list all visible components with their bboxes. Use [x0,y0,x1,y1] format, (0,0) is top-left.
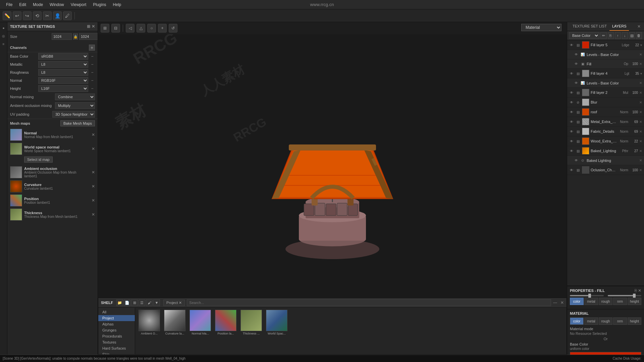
toolbar-btn-6[interactable]: 👤 [53,11,62,20]
layer-close-levels-1[interactable]: ✕ [639,53,642,56]
tab-texture-set-list[interactable]: TEXTURE SET LIST [570,22,609,31]
props-channel-rough[interactable]: rough [599,298,612,305]
properties-slider-2[interactable] [608,295,642,296]
toolbar-btn-2[interactable]: ↩ [13,11,21,20]
roughness-remove[interactable]: − [90,70,95,75]
layers-channel-select[interactable]: Base Color [569,32,599,39]
menu-window[interactable]: Window [46,2,67,8]
mat-tab-color[interactable]: color [570,317,584,325]
shelf-cat-all[interactable]: All [98,309,135,315]
toolbar-btn-5[interactable]: ✂ [43,11,52,20]
bake-mesh-maps-button[interactable]: Bake Mesh Maps [60,120,95,126]
shelf-cat-procedurals[interactable]: Procedurals [98,333,135,339]
ao-close[interactable]: ✕ [92,170,95,175]
menu-viewport[interactable]: Viewport [67,2,90,8]
height-remove[interactable]: − [90,86,95,91]
shelf-tb-view1[interactable]: ⊞ [131,299,138,306]
tab-layers[interactable]: LAYERS [609,22,629,31]
layer-fill-sub[interactable]: 👁 ▣ Fill Op 100 ✕ [567,59,644,69]
props-channel-nrm[interactable]: nrm [613,298,627,305]
shelf-item-curvature[interactable]: Curvature la... [163,310,187,335]
layer-close-metal[interactable]: ✕ [639,120,642,124]
left-icon-3[interactable]: ≡ [1,41,7,47]
mat-tab-height[interactable]: height [628,317,641,325]
toolbar-btn-1[interactable]: ✏️ [3,11,11,20]
size-input-1[interactable] [52,33,72,40]
layer-vis-occlusion[interactable]: 👁 [569,168,574,172]
layer-close-fabric[interactable]: ✕ [639,130,642,133]
layers-group-btn[interactable]: ▤ [629,32,635,39]
layer-levels-base-color-1[interactable]: 👁 📊 Levels - Base Color ✕ [567,50,644,59]
shelf-item-position[interactable]: Position la... [214,310,238,335]
layer-blur[interactable]: 👁 ⊘ Blur ✕ [567,98,644,107]
lock-button[interactable]: 🔒 [73,34,78,40]
base-color-remove[interactable]: − [90,54,95,59]
normal-mixing-select[interactable]: Combine [55,94,95,100]
shelf-item-ao[interactable]: Ambient O... [137,310,161,335]
props-channel-color[interactable]: color [570,298,584,305]
toolbar-btn-7[interactable]: 🖊 [63,11,72,20]
menu-file[interactable]: File [3,2,16,8]
layer-fill-5[interactable]: 👁 ▤ Fill layer 5 Ldge 22 ▾ [567,40,644,50]
layer-vis-levels-2[interactable]: 👁 [574,81,579,85]
shelf-cat-alphas[interactable]: Alphas [98,321,135,327]
shelf-project-tab[interactable]: Project ✕ [163,300,185,306]
viewport-mode-select[interactable]: Material PBR Wireframe [521,24,561,31]
layer-vis-4[interactable]: 👁 [569,71,574,76]
props-channel-metal[interactable]: metal [584,298,598,305]
ao-mixing-select[interactable]: Multiply [55,102,95,109]
layer-vis-roof[interactable]: 👁 [569,110,574,114]
properties-slider-1[interactable] [570,295,604,296]
height-select[interactable]: L16F [38,85,88,92]
mat-tab-nrm[interactable]: nrm [613,317,627,325]
menu-plugins[interactable]: Plugins [90,2,109,8]
layers-move-btn[interactable]: ↑ [615,32,621,39]
size-input-2[interactable] [79,33,98,40]
layers-copy-btn[interactable]: ⎘ [608,32,614,39]
layer-fabric[interactable]: 👁 ▤ Fabric_Details Norm 69 ✕ [567,127,644,136]
layer-wood[interactable]: 👁 ▤ Wood_Extra_Details Norm 22 ✕ [567,136,644,146]
vp-view-btn-4[interactable]: + [158,24,167,33]
props-channel-height[interactable]: height [628,298,641,305]
add-channel-button[interactable]: + [89,45,95,51]
layers-move-down-btn[interactable]: ↓ [622,32,628,39]
mat-tab-metal[interactable]: metal [584,317,598,325]
shelf-cat-grunges[interactable]: Grunges [98,327,135,333]
layer-vis-2[interactable]: 👁 [569,90,574,95]
layer-fill-2[interactable]: 👁 ▤ Fill layer 2 Mul 100 ✕ [567,88,644,98]
layer-metal-extra[interactable]: 👁 ▤ Metal_Extra_Details Norm 69 ✕ [567,117,644,127]
shelf-search-input[interactable] [187,299,551,306]
layer-vis-5[interactable]: 👁 [569,43,574,47]
layer-close-2[interactable]: ✕ [639,91,642,95]
menu-edit[interactable]: Edit [16,2,30,8]
shelf-cat-project[interactable]: Project [98,315,135,321]
normal-select[interactable]: RGB16F [38,77,88,84]
position-close[interactable]: ✕ [92,198,95,203]
shelf-cat-skin[interactable]: Skin [98,351,135,354]
mat-tab-rough[interactable]: rough [599,317,612,325]
layer-close-4[interactable]: ▾ [640,72,642,75]
layer-vis-fill-sub[interactable]: 👁 [574,62,579,66]
layer-baked-lighting-1[interactable]: 👁 ▤ Baked_Lighting Pthr 27 ✕ [567,146,644,156]
layer-vis-blur[interactable]: 👁 [569,100,574,105]
select-id-map-button[interactable]: Select id map [24,157,53,163]
toolbar-btn-4[interactable]: ⟲ [33,11,42,20]
vp-view-btn-3[interactable]: ○ [147,24,156,33]
layer-close-occlusion[interactable]: ✕ [639,168,642,172]
layer-fill-4[interactable]: 👁 ▤ Fill layer 4 Lgt 35 ▾ [567,69,644,78]
normal-map-close[interactable]: ✕ [92,132,95,137]
curvature-close[interactable]: ✕ [92,184,95,189]
layer-close-5[interactable]: ▾ [640,43,642,47]
thickness-close[interactable]: ✕ [92,212,95,217]
shelf-tb-file[interactable]: 📄 [124,299,130,306]
shelf-close-btn[interactable]: ✕ [560,300,564,305]
shelf-tb-folder[interactable]: 📁 [116,299,123,306]
metallic-select[interactable]: L8 [38,61,88,68]
shelf-item-worldspace[interactable]: World Spac... [265,310,289,335]
menu-mode[interactable]: Mode [30,2,46,8]
vp-view-btn-2[interactable]: △ [137,24,145,33]
shelf-item-thickness[interactable]: Thickness ... [239,310,263,335]
props-icon-copy[interactable]: ⎘ [635,288,637,293]
layer-levels-base-color-2[interactable]: 👁 📊 Levels - Base Color ✕ [567,78,644,88]
shelf-tb-filter[interactable]: ▼ [153,299,160,306]
